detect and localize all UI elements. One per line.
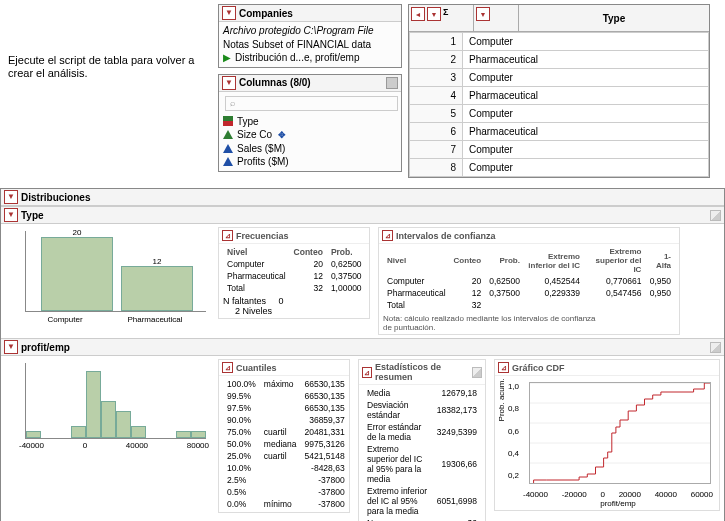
cell-type[interactable]: Computer bbox=[463, 141, 709, 159]
disclose-icon[interactable]: ▼ bbox=[476, 7, 490, 21]
data-grid[interactable]: 1Computer2Pharmaceutical3Computer4Pharma… bbox=[409, 32, 709, 177]
nmissing-label: N faltantes bbox=[223, 296, 266, 306]
cdf-header[interactable]: ⊿ Gráfico CDF bbox=[495, 360, 719, 376]
disclose-icon[interactable]: ▼ bbox=[4, 190, 18, 204]
xlabel-pharma: Pharmaceutical bbox=[127, 315, 182, 324]
hx0: -40000 bbox=[19, 441, 44, 450]
columns-selector-icon[interactable] bbox=[386, 77, 398, 89]
cell-type[interactable]: Computer bbox=[463, 105, 709, 123]
type-header[interactable]: ▼ Type bbox=[1, 207, 724, 224]
disclose-icon[interactable]: ⊿ bbox=[498, 362, 509, 373]
companies-header[interactable]: ▼ Companies bbox=[219, 5, 401, 22]
profitemp-header[interactable]: ▼ profit/emp bbox=[1, 339, 724, 356]
row-number[interactable]: 2 bbox=[410, 51, 463, 69]
columns-body: ⌕ Type Size Co ✥ Sales ($M) Profits ($M) bbox=[219, 92, 401, 171]
summary-header[interactable]: ⊿ Estadísticos de resumen bbox=[359, 360, 485, 385]
columns-header[interactable]: ▼ Columnas (8/0) bbox=[219, 75, 401, 92]
hist-bar[interactable] bbox=[86, 371, 101, 438]
cdf-xlabel-title: profit/emp bbox=[523, 499, 713, 508]
hotspot-icon[interactable] bbox=[710, 342, 721, 353]
hx2: 40000 bbox=[126, 441, 148, 450]
sigma-icon: Σ bbox=[443, 7, 448, 17]
row-number[interactable]: 4 bbox=[410, 87, 463, 105]
frequencies-header[interactable]: ⊿ Frecuencias bbox=[219, 228, 369, 244]
table-row[interactable]: 3Computer bbox=[410, 69, 709, 87]
play-icon[interactable]: ▶ bbox=[223, 51, 231, 65]
table-row[interactable]: 5Computer bbox=[410, 105, 709, 123]
ci-header[interactable]: ⊿ Intervalos de confianza bbox=[379, 228, 679, 244]
cell-type[interactable]: Computer bbox=[463, 69, 709, 87]
ci-body: NivelConteoProb.Extremo inferior del ICE… bbox=[379, 244, 679, 334]
disclose-icon[interactable]: ⊿ bbox=[222, 230, 233, 241]
row-number[interactable]: 1 bbox=[410, 33, 463, 51]
distributions-header[interactable]: ▼ Distribuciones bbox=[1, 189, 724, 206]
cx0: -40000 bbox=[523, 490, 548, 499]
hist-xlabels: -40000 0 40000 80000 bbox=[19, 441, 209, 450]
data-table-corner[interactable]: ◄ ▼ Σ bbox=[409, 5, 474, 31]
cell-type[interactable]: Computer bbox=[463, 33, 709, 51]
hist-bar[interactable] bbox=[101, 401, 116, 438]
table-row[interactable]: 6Pharmaceutical bbox=[410, 123, 709, 141]
table-row[interactable]: 8Computer bbox=[410, 159, 709, 177]
disclose-icon[interactable]: ▼ bbox=[222, 76, 236, 90]
table-row[interactable]: 1Computer bbox=[410, 33, 709, 51]
row-number[interactable]: 6 bbox=[410, 123, 463, 141]
bar-pharmaceutical[interactable]: 12 bbox=[121, 266, 193, 311]
disclose-icon[interactable]: ⊿ bbox=[222, 362, 233, 373]
column-type[interactable]: Type bbox=[223, 115, 397, 129]
columns-search[interactable]: ⌕ bbox=[225, 96, 398, 111]
companies-panel: ▼ Companies Archivo protegido C:\Program… bbox=[218, 4, 402, 68]
disclose-icon[interactable]: ▼ bbox=[4, 208, 18, 222]
data-table: ◄ ▼ Σ ▼ Type 1Computer2Pharmaceutical3Co… bbox=[408, 4, 710, 178]
bar-computer[interactable]: 20 bbox=[41, 237, 113, 311]
cx3: 20000 bbox=[619, 490, 641, 499]
column-profits-label: Profits ($M) bbox=[237, 155, 289, 169]
row-number[interactable]: 5 bbox=[410, 105, 463, 123]
table-row[interactable]: 2Pharmaceutical bbox=[410, 51, 709, 69]
column-type-label: Type bbox=[237, 115, 259, 129]
cell-type[interactable]: Pharmaceutical bbox=[463, 123, 709, 141]
type-barchart-xlabels: Computer Pharmaceutical bbox=[25, 314, 205, 324]
type-barchart[interactable]: 20 12 bbox=[25, 231, 206, 312]
column-profits[interactable]: Profits ($M) bbox=[223, 155, 397, 169]
disclose-icon[interactable]: ▼ bbox=[427, 7, 441, 21]
table-row[interactable]: 4Pharmaceutical bbox=[410, 87, 709, 105]
profitemp-hist-block: -40000 0 40000 80000 bbox=[5, 359, 210, 450]
script-row[interactable]: ▶ Distribución d...e, profit/emp bbox=[223, 51, 397, 65]
column-sizeco[interactable]: Size Co ✥ bbox=[223, 128, 397, 142]
xlabel-computer: Computer bbox=[47, 315, 82, 324]
ci-table: NivelConteoProb.Extremo inferior del ICE… bbox=[383, 246, 675, 311]
hotspot-icon[interactable] bbox=[710, 210, 721, 221]
quantiles-header[interactable]: ⊿ Cuantiles bbox=[219, 360, 349, 376]
hist-bar[interactable] bbox=[176, 431, 191, 438]
hist-bar[interactable] bbox=[71, 426, 86, 438]
hist-bar[interactable] bbox=[26, 431, 41, 438]
column-header-type[interactable]: Type bbox=[519, 5, 709, 31]
row-number[interactable]: 3 bbox=[410, 69, 463, 87]
yt3: 0,4 bbox=[501, 449, 519, 458]
row-number[interactable]: 8 bbox=[410, 159, 463, 177]
disclose-icon[interactable]: ▼ bbox=[4, 340, 18, 354]
cx4: 40000 bbox=[655, 490, 677, 499]
row-number[interactable]: 7 bbox=[410, 141, 463, 159]
data-table-header: ◄ ▼ Σ ▼ Type bbox=[409, 5, 709, 32]
cell-type[interactable]: Pharmaceutical bbox=[463, 51, 709, 69]
disclose-icon[interactable]: ⊿ bbox=[362, 367, 372, 378]
top-region: Ejecute el script de tabla para volver a… bbox=[0, 0, 725, 178]
cdf-plot[interactable] bbox=[529, 382, 711, 484]
profitemp-histogram[interactable] bbox=[25, 363, 206, 439]
hist-bar[interactable] bbox=[116, 411, 131, 438]
column-sales[interactable]: Sales ($M) bbox=[223, 142, 397, 156]
hist-bar[interactable] bbox=[191, 431, 206, 438]
cell-type[interactable]: Pharmaceutical bbox=[463, 87, 709, 105]
hotspot-icon[interactable] bbox=[472, 367, 482, 378]
disclose-icon[interactable]: ▼ bbox=[222, 6, 236, 20]
summary-block: ⊿ Estadísticos de resumen Media12679,18D… bbox=[358, 359, 486, 521]
disclose-icon[interactable]: ◄ bbox=[411, 7, 425, 21]
cell-type[interactable]: Computer bbox=[463, 159, 709, 177]
frequencies-table: NivelConteoProb.Computer200,62500Pharmac… bbox=[223, 246, 366, 294]
hist-bar[interactable] bbox=[131, 426, 146, 438]
disclose-icon[interactable]: ⊿ bbox=[382, 230, 393, 241]
table-row[interactable]: 7Computer bbox=[410, 141, 709, 159]
row-number-header[interactable]: ▼ bbox=[474, 5, 519, 31]
